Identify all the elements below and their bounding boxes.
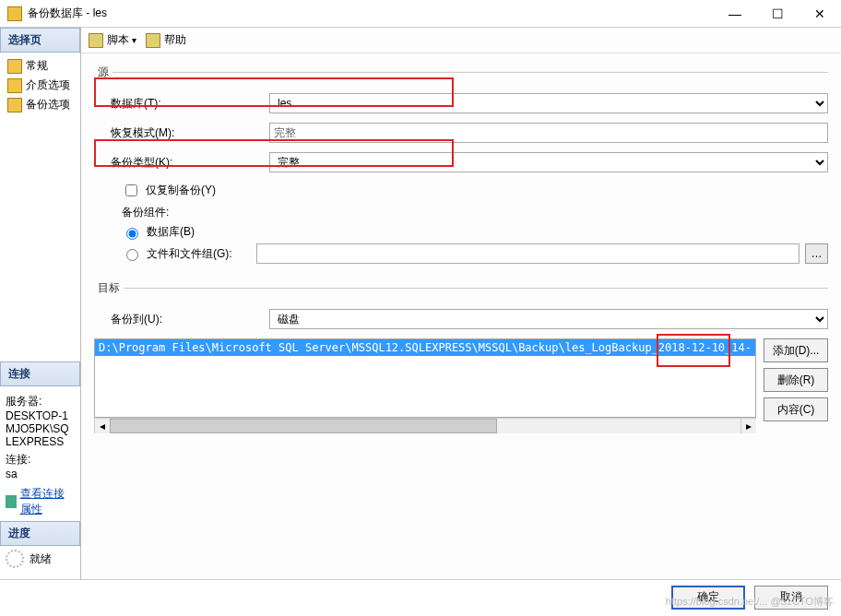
cancel-button[interactable]: 取消 — [754, 586, 828, 610]
backup-type-label: 备份类型(K): — [94, 155, 269, 171]
nav-label: 常规 — [26, 58, 48, 74]
connection-header: 连接 — [0, 361, 80, 386]
component-label: 备份组件: — [94, 205, 828, 220]
help-button[interactable]: 帮助 — [146, 32, 186, 48]
dest-list[interactable]: D:\Program Files\Microsoft SQL Server\MS… — [94, 338, 756, 418]
scroll-left-button[interactable]: ◂ — [94, 419, 110, 433]
horizontal-scrollbar[interactable]: ◂ ▸ — [94, 418, 756, 433]
titlebar: 备份数据库 - les ― ☐ ✕ — [0, 0, 841, 28]
radio-filegroup[interactable] — [126, 249, 138, 261]
conn-label: 连接: — [6, 452, 75, 468]
add-button[interactable]: 添加(D)... — [764, 338, 828, 362]
radio-filegroup-label: 文件和文件组(G): — [147, 246, 232, 262]
copy-only-checkbox[interactable] — [125, 184, 137, 196]
spinner-icon — [6, 550, 24, 568]
page-icon — [7, 98, 22, 113]
page-icon — [7, 78, 22, 93]
database-label: 数据库(T): — [94, 96, 269, 112]
recovery-value — [269, 123, 828, 143]
footer: 确定 取消 — [0, 579, 841, 614]
remove-button[interactable]: 删除(R) — [764, 368, 828, 392]
toolbar: 脚本 帮助 — [81, 28, 841, 53]
database-select[interactable]: les — [269, 93, 828, 113]
dest-legend: 目标 — [94, 280, 124, 296]
maximize-button[interactable]: ☐ — [756, 0, 799, 27]
dest-group: 目标 备份到(U): 磁盘 D:\Program Files\Microsoft… — [94, 280, 828, 433]
source-legend: 源 — [94, 65, 113, 80]
left-panel: 选择页 常规 介质选项 备份选项 连接 服务器: DESKTOP-1MJO5PK… — [0, 28, 80, 579]
minimize-button[interactable]: ― — [714, 0, 756, 27]
page-icon — [7, 59, 22, 74]
script-label: 脚本 — [107, 32, 136, 48]
help-icon — [146, 33, 160, 48]
copy-only-label: 仅复制备份(Y) — [146, 183, 216, 198]
nav-label: 备份选项 — [26, 97, 70, 113]
right-panel: 脚本 帮助 源 数据库(T): les 恢复模式(M): — [80, 28, 841, 579]
radio-database[interactable] — [126, 228, 138, 240]
select-page-header: 选择页 — [0, 28, 80, 53]
progress-status: 就绪 — [30, 551, 52, 567]
dest-path-item[interactable]: D:\Program Files\Microsoft SQL Server\MS… — [95, 339, 755, 356]
connection-icon — [6, 495, 17, 508]
nav-media[interactable]: 介质选项 — [4, 76, 80, 95]
nav-list: 常规 介质选项 备份选项 — [0, 53, 80, 114]
filegroup-input[interactable] — [256, 243, 800, 264]
source-group: 源 数据库(T): les 恢复模式(M): 备份类型(K): 完整 仅复制备份… — [94, 65, 828, 267]
script-icon — [89, 33, 103, 48]
backup-to-label: 备份到(U): — [94, 312, 269, 327]
backup-to-select[interactable]: 磁盘 — [269, 309, 828, 329]
script-button[interactable]: 脚本 — [89, 32, 136, 48]
close-button[interactable]: ✕ — [799, 0, 841, 27]
view-connection-link[interactable]: 查看连接属性 — [20, 486, 75, 517]
scroll-right-button[interactable]: ▸ — [740, 419, 756, 433]
nav-backup-options[interactable]: 备份选项 — [4, 95, 80, 114]
conn-value: sa — [6, 468, 75, 480]
scroll-thumb[interactable] — [110, 419, 497, 433]
server-label: 服务器: — [6, 394, 75, 409]
progress-header: 进度 — [0, 521, 80, 546]
ok-button[interactable]: 确定 — [671, 586, 745, 610]
server-value: DESKTOP-1MJO5PK\SQLEXPRESS — [6, 409, 75, 448]
app-icon — [7, 6, 22, 21]
filegroup-browse-button[interactable]: … — [805, 243, 828, 264]
help-label: 帮助 — [164, 32, 186, 48]
contents-button[interactable]: 内容(C) — [764, 397, 828, 421]
nav-label: 介质选项 — [26, 77, 70, 93]
window-title: 备份数据库 - les — [28, 6, 714, 21]
connection-box: 服务器: DESKTOP-1MJO5PK\SQLEXPRESS 连接: sa 查… — [0, 386, 80, 521]
nav-general[interactable]: 常规 — [4, 56, 80, 76]
radio-database-label: 数据库(B) — [147, 224, 195, 240]
recovery-label: 恢复模式(M): — [94, 125, 269, 141]
backup-type-select[interactable]: 完整 — [269, 152, 828, 172]
